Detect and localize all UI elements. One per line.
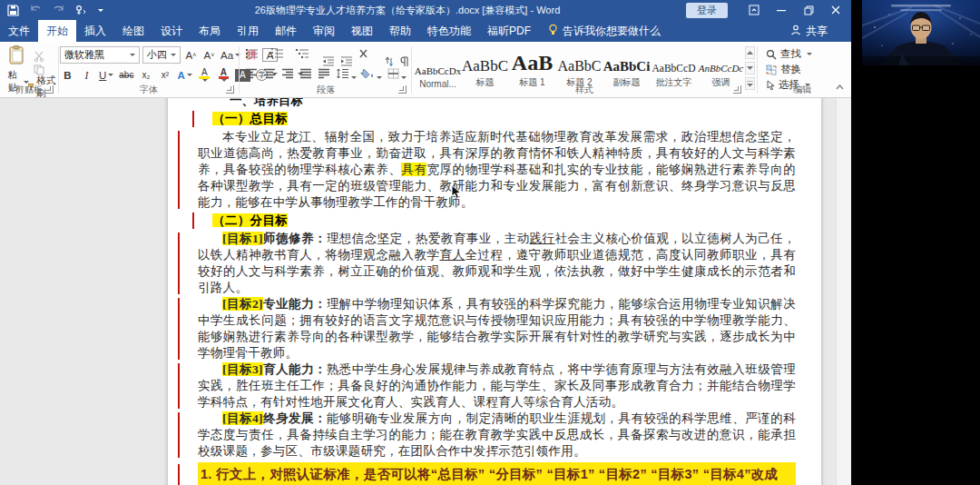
partial-heading: 一、培养目标 [230,98,796,109]
italic-button[interactable]: I [79,66,94,84]
minimize-button[interactable] [768,0,795,20]
clipboard-dialog-launcher-icon[interactable] [45,85,54,94]
save-icon[interactable] [5,3,20,17]
doc-heading: （一）总目标 [212,109,796,129]
find-button[interactable]: 查找 [764,46,812,62]
text-segment: 践行 [530,232,555,245]
person-icon [790,25,801,38]
text-segment: [目标2] [222,297,263,311]
justify-icon[interactable] [299,66,312,83]
grow-font-button[interactable]: A˄ [183,46,199,64]
align-left-icon[interactable] [245,66,258,83]
gallery-down-icon[interactable] [745,62,755,74]
group-divider [757,46,758,94]
align-right-icon[interactable] [281,66,294,83]
tab-references[interactable]: 引用 [229,20,267,42]
grow-font-label: A [186,50,193,61]
group-divider [411,46,412,94]
shrink-font-label: A [204,50,211,61]
document-page[interactable]: 一、培养目标 （一）总目标本专业立足龙江、辐射全国，致力于培养适应新时代基础物理… [168,98,821,485]
text-segment: 专业能力： [263,297,327,311]
bold-label: B [64,70,71,81]
doc-paragraph: 本专业立足龙江、辐射全国，致力于培养适应新时代基础物理教育改革发展需求，政治理想… [198,129,796,211]
tab-foxit-pdf[interactable]: 福昕PDF [479,20,539,42]
restore-button[interactable] [795,0,822,20]
collapse-ribbon-icon[interactable] [836,77,844,94]
text-segment: [目标1] [222,232,263,245]
sign-in-button[interactable]: 登录 [686,3,728,18]
italic-label: I [85,70,89,81]
tab-file[interactable]: 文件 [0,20,38,42]
tab-insert[interactable]: 插入 [76,20,114,42]
highlight-color-button[interactable]: A [197,66,212,84]
clipboard-group: 粘贴 格式刷 剪贴板 [0,42,58,97]
align-center-icon[interactable] [263,66,276,83]
subscript-button[interactable]: x₂ [138,66,153,84]
text-effects-button[interactable]: A [176,66,192,84]
shrink-font-button[interactable]: A˅ [201,46,217,64]
qat-customize-icon[interactable] [98,9,103,12]
document-body: （一）总目标本专业立足龙江、辐射全国，致力于培养适应新时代基础物理教育改革发展需… [198,109,796,485]
strikethrough-button[interactable]: abc [118,66,134,84]
paste-icon [8,45,24,65]
paragraph-dialog-launcher-icon[interactable] [398,85,407,94]
tell-me-box[interactable]: 告诉我你想要做什么 [539,20,670,42]
replace-button[interactable]: 替换 [764,62,801,77]
tab-draw[interactable]: 绘图 [114,20,152,42]
webcam-panel [851,0,980,485]
text-segment: 理想信念坚定，热爱教育事业，主动 [327,232,530,245]
font-size-combo[interactable]: 小四 [142,46,181,64]
copy-icon [34,64,44,75]
tab-design[interactable]: 设计 [152,20,191,42]
title-bar: 26版物理学专业人才培养方案（给专家版本）.docx [兼容模式] - Word… [0,0,851,20]
font-name-combo[interactable]: 微软雅黑 [60,46,140,64]
style-preview: AaBbC [558,59,602,74]
borders-icon[interactable] [387,66,407,83]
document-title: 26版物理学专业人才培养方案（给专家版本）.docx [兼容模式] - Word [109,0,706,20]
redo-icon[interactable] [51,3,65,17]
tab-mailings[interactable]: 邮件 [267,20,305,42]
tab-home[interactable]: 开始 [38,20,76,42]
word-window: 26版物理学专业人才培养方案（给专家版本）.docx [兼容模式] - Word… [0,0,851,485]
ribbon-display-options-icon[interactable] [740,0,768,20]
text-segment: 师德修养： [263,232,327,245]
editing-group: 查找 替换 选择 编辑 [760,42,844,97]
text-effects-label: A [177,70,184,81]
close-button[interactable] [822,0,849,20]
replace-label: 替换 [780,63,801,76]
tab-view[interactable]: 视图 [343,20,381,42]
gallery-up-icon[interactable] [745,46,755,59]
undo-icon[interactable] [28,3,43,17]
editing-group-label: 编辑 [760,84,844,96]
font-color-button[interactable]: A [216,66,231,84]
text-segment: （二）分目标 [212,213,288,227]
tab-special-features[interactable]: 特色功能 [419,20,479,42]
touch-mode-icon[interactable] [74,3,88,17]
font-dialog-launcher-icon[interactable] [226,85,234,94]
share-button[interactable]: 共享 [790,20,828,42]
line-spacing-icon[interactable] [336,66,357,83]
underline-label: U [99,70,106,81]
bold-button[interactable]: B [60,66,75,84]
shading-icon[interactable] [362,66,382,83]
tab-help[interactable]: 帮助 [381,20,419,42]
scissors-icon [34,51,44,62]
tab-review[interactable]: 审阅 [305,20,343,42]
share-label: 共享 [806,24,828,39]
underline-button[interactable]: U [98,66,114,84]
document-canvas: 一、培养目标 （一）总目标本专业立足龙江、辐射全国，致力于培养适应新时代基础物理… [0,98,851,485]
distribute-icon[interactable] [318,66,330,83]
superscript-button[interactable]: x² [157,66,172,84]
vertical-scrollbar[interactable] [836,98,851,485]
superscript-label: x² [162,70,169,80]
change-case-label: Aa [220,50,233,61]
style-preview: AaBbCcD [652,64,696,74]
tab-layout[interactable]: 布局 [191,20,229,42]
font-size-value: 小四 [147,48,167,62]
subscript-label: x₂ [142,70,150,80]
text-segment: 1. 行文上，对照认证标准，是否可以将“总目标” “分目标” “目标1” “目标… [201,467,778,485]
doc-paragraph: [目标3]育人能力：熟悉中学生身心发展规律与养成教育特点，将中学德育原理与方法有… [198,361,796,411]
replace-icon [766,64,777,75]
styles-dialog-launcher-icon[interactable] [733,85,741,94]
font-group-label: 字体 [60,84,238,96]
